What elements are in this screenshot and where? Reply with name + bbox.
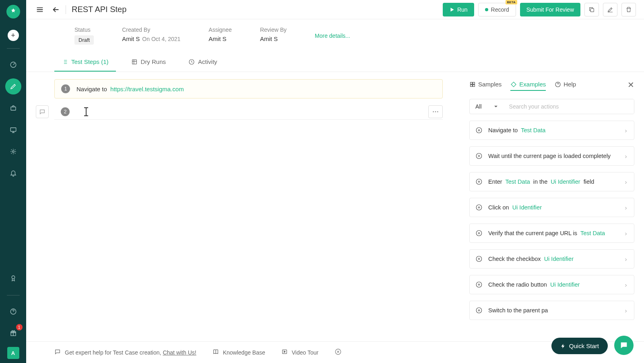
assignee-label: Assignee: [208, 27, 232, 33]
quick-start-button[interactable]: Quick Start: [551, 338, 608, 354]
nav-settings[interactable]: [5, 144, 21, 160]
grid-icon: [469, 81, 476, 88]
add-button[interactable]: +: [8, 30, 19, 41]
app-logo-icon: [9, 8, 17, 16]
header: REST API Step Run RecordBETA Submit For …: [26, 0, 644, 19]
bell-icon: [10, 170, 17, 177]
chevron-right-icon: [623, 309, 628, 314]
svg-point-3: [12, 151, 14, 153]
example-item[interactable]: Verify that the current page URL is Test…: [469, 224, 634, 243]
svg-point-4: [12, 276, 15, 279]
step-more-button[interactable]: [428, 105, 443, 118]
svg-rect-1: [11, 107, 16, 110]
example-text: Check the radio button Ui Identifier: [488, 281, 623, 288]
clock-icon: [188, 59, 195, 65]
nav-tests[interactable]: [5, 78, 21, 94]
speedometer-icon: [10, 61, 17, 68]
panel-close-button[interactable]: ✕: [627, 80, 634, 90]
example-item[interactable]: Wait until the current page is loaded co…: [469, 146, 634, 166]
svg-rect-7: [590, 8, 594, 12]
svg-rect-16: [473, 84, 475, 86]
example-text: Navigate to Test Data: [488, 127, 623, 133]
example-text: Click on Ui Identifier: [488, 204, 623, 211]
plus-circle-icon: [475, 281, 483, 288]
notification-badge: 1: [16, 324, 23, 330]
comment-button[interactable]: [36, 105, 49, 118]
assignee-value: Amit S: [208, 35, 232, 42]
back-button[interactable]: [50, 4, 62, 15]
edit-button[interactable]: [603, 3, 617, 16]
test-steps-area: 1 Navigate to https://travel.testsigma.c…: [26, 72, 463, 363]
plus-circle-icon: [475, 230, 483, 237]
bug-icon: [10, 148, 17, 155]
more-details-link[interactable]: More details...: [315, 33, 350, 39]
nav-notifications[interactable]: [5, 165, 21, 181]
submit-review-button[interactable]: Submit For Review: [520, 3, 580, 16]
created-by-label: Created By: [122, 27, 180, 33]
step-number: 2: [61, 107, 70, 116]
chat-fab[interactable]: [614, 336, 634, 355]
review-by-value: Amit S: [260, 35, 287, 42]
example-item[interactable]: Check the checkbox Ui Identifier: [469, 249, 634, 269]
nav-help[interactable]: [5, 304, 21, 320]
tab-test-steps[interactable]: Test Steps (1): [54, 53, 116, 72]
example-item[interactable]: Switch to the parent pa: [469, 301, 634, 320]
run-button[interactable]: Run: [443, 3, 474, 16]
nav-dashboard[interactable]: [5, 57, 21, 73]
panel-tab-help[interactable]: Help: [555, 78, 576, 91]
divider: [7, 295, 20, 295]
chevron-right-icon: [623, 232, 628, 236]
edit-icon: [607, 6, 613, 13]
plus-circle-icon: [475, 255, 483, 263]
logo[interactable]: [6, 5, 20, 18]
example-item[interactable]: Click on Ui Identifier: [469, 198, 634, 217]
chat-with-us-link[interactable]: Chat with Us!: [163, 349, 196, 356]
chat-bubble-icon: [619, 341, 628, 350]
svg-rect-13: [471, 82, 473, 84]
new-step-row[interactable]: 2: [54, 104, 443, 120]
plus-circle-icon: [475, 307, 483, 314]
tab-activity[interactable]: Activity: [181, 53, 225, 72]
nav-desktop[interactable]: [5, 122, 21, 138]
svg-rect-15: [471, 84, 473, 86]
nav-badge[interactable]: [5, 270, 21, 286]
record-button[interactable]: RecordBETA: [478, 3, 516, 16]
test-step-row[interactable]: 1 Navigate to https://travel.testsigma.c…: [54, 79, 443, 98]
svg-point-12: [437, 111, 438, 113]
tab-dry-runs[interactable]: Dry Runs: [124, 53, 173, 72]
page-title: REST API Step: [72, 5, 126, 14]
chevron-right-icon: [623, 257, 628, 262]
delete-button[interactable]: [621, 3, 636, 16]
more-horizontal-icon: [432, 111, 439, 113]
diamond-icon: [510, 81, 517, 88]
footer-help-text: Get expert help for Test Case creation,: [65, 349, 161, 356]
video-tour-link[interactable]: Video Tour: [281, 349, 318, 356]
status-badge: Draft: [74, 35, 94, 45]
user-avatar[interactable]: A: [7, 347, 19, 359]
plus-circle-icon: [475, 152, 483, 160]
panel-tab-samples[interactable]: Samples: [469, 78, 502, 91]
plus-circle-icon: [475, 178, 483, 185]
example-item[interactable]: Enter Test Data in the Ui Identifier fie…: [469, 172, 634, 191]
filter-dropdown[interactable]: All: [470, 99, 504, 114]
nav-suitcase[interactable]: [5, 100, 21, 116]
duplicate-button[interactable]: [584, 3, 599, 16]
plus-circle-icon: [475, 204, 483, 211]
footer-close-button[interactable]: [334, 348, 342, 357]
search-input[interactable]: [504, 99, 634, 114]
chevron-right-icon: [623, 154, 628, 159]
hamburger-menu[interactable]: [34, 4, 45, 15]
chevron-right-icon: [623, 206, 628, 211]
example-text: Enter Test Data in the Ui Identifier fie…: [488, 178, 623, 185]
example-item[interactable]: Navigate to Test Data: [469, 121, 634, 140]
monitor-icon: [10, 126, 17, 133]
beta-badge: BETA: [506, 0, 517, 4]
status-label: Status: [74, 27, 94, 33]
text-cursor-icon: [86, 108, 87, 116]
panel-tab-examples[interactable]: Examples: [510, 78, 546, 91]
nav-gift[interactable]: 1: [5, 325, 21, 341]
knowledge-base-link[interactable]: Knowledge Base: [213, 349, 265, 356]
list-icon: [62, 59, 68, 65]
sidebar: + 1 A: [0, 0, 26, 363]
example-item[interactable]: Check the radio button Ui Identifier: [469, 275, 634, 294]
